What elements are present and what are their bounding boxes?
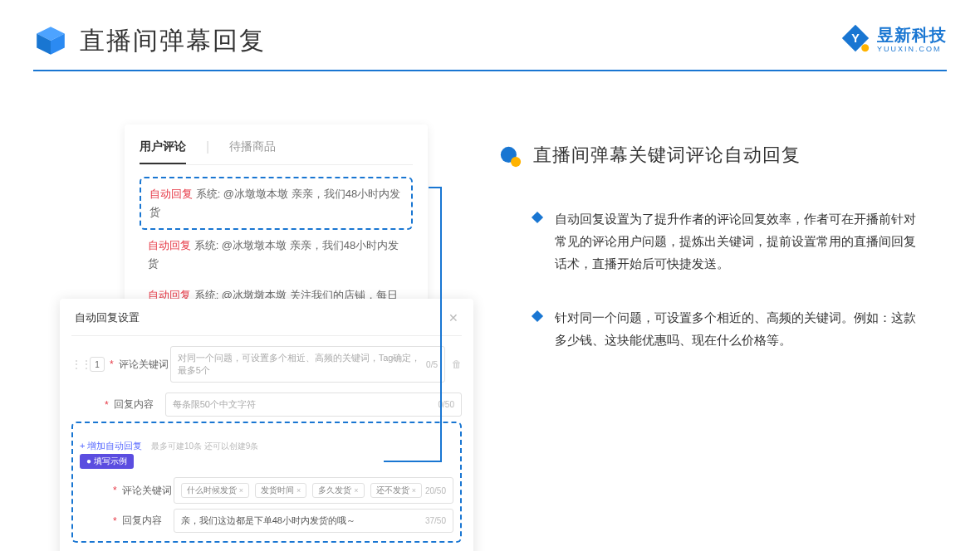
example-keyword-counter: 20/50 xyxy=(425,486,446,495)
brand-name: 昱新科技 xyxy=(877,26,947,44)
tab-pending-goods[interactable]: 待播商品 xyxy=(229,139,276,164)
comment-item-highlight: 自动回复 系统: @冰墩墩本墩 亲亲，我们48小时内发货 xyxy=(140,177,413,230)
required-dot: * xyxy=(113,485,117,496)
cube-icon xyxy=(33,23,68,58)
tag-container: 什么时候发货× 发货时间× 多久发货× 还不发货× xyxy=(181,483,425,498)
keyword-counter: 0/5 xyxy=(426,360,438,369)
svg-point-5 xyxy=(861,44,869,51)
field-label-keyword: 评论关键词 xyxy=(119,358,170,372)
tag-remove-icon[interactable]: × xyxy=(296,486,301,495)
field-label-content: 回复内容 xyxy=(114,397,165,412)
page-title: 直播间弹幕回复 xyxy=(80,24,266,58)
tab-divider: | xyxy=(206,139,209,164)
add-hint: 最多可建10条 还可以创建9条 xyxy=(151,441,258,451)
required-dot: * xyxy=(105,399,109,411)
right-column: 直播间弹幕关键词评论自动回复 自动回复设置为了提升作者的评论回复效率，作者可在开… xyxy=(500,143,948,383)
svg-point-7 xyxy=(511,157,521,167)
required-dot: * xyxy=(110,358,114,370)
tag-remove-icon[interactable]: × xyxy=(412,486,416,495)
svg-text:Y: Y xyxy=(851,32,860,45)
auto-reply-badge: 自动回复 xyxy=(148,239,191,251)
example-badge: ● 填写示例 xyxy=(80,454,134,469)
example-box: + 增加自动回复 最多可建10条 还可以创建9条 ● 填写示例 * 评论关键词 … xyxy=(71,422,462,543)
form-row-content: * 回复内容 每条限50个中文字符 0/50 xyxy=(71,393,462,417)
example-content-label: 回复内容 xyxy=(122,514,174,528)
form-row-keyword: ⋮⋮ 1 * 评论关键词 对同一个问题，可设置多个相近、高频的关键词，Tag确定… xyxy=(71,346,462,383)
connector-line xyxy=(440,187,442,461)
tab-user-comments[interactable]: 用户评论 xyxy=(140,139,186,164)
bullet-item: 针对同一个问题，可设置多个相近的、高频的关键词。例如：这款多少钱、这块能优惠吗、… xyxy=(500,306,948,351)
keyword-placeholder: 对同一个问题，可设置多个相近、高频的关键词，Tag确定，最多5个 xyxy=(178,352,426,377)
header-divider xyxy=(33,70,947,71)
tag-chip[interactable]: 发货时间× xyxy=(255,483,306,498)
brand-logo-icon: Y xyxy=(840,23,870,53)
bullet-text: 自动回复设置为了提升作者的评论回复效率，作者可在开播前针对常见的评论用户问题，提… xyxy=(555,207,920,275)
tag-chip[interactable]: 多久发货× xyxy=(312,483,364,498)
bullet-list: 自动回复设置为了提升作者的评论回复效率，作者可在开播前针对常见的评论用户问题，提… xyxy=(500,207,948,351)
comment-item: 自动回复 系统: @冰墩墩本墩 亲亲，我们48小时内发货 xyxy=(140,230,413,280)
comments-tabs: 用户评论 | 待播商品 xyxy=(140,139,413,165)
row-number: 1 xyxy=(90,357,105,372)
content-placeholder: 每条限50个中文字符 xyxy=(173,398,256,411)
drag-icon[interactable]: ⋮⋮ xyxy=(71,358,85,370)
tag-remove-icon[interactable]: × xyxy=(239,486,243,495)
chat-icon xyxy=(500,146,522,168)
add-auto-reply-link[interactable]: + 增加自动回复 xyxy=(80,440,142,452)
diamond-icon xyxy=(532,212,543,223)
brand-sub: YUUXIN.COM xyxy=(877,45,947,53)
section-title: 直播间弹幕关键词评论自动回复 xyxy=(533,143,948,168)
tag-chip[interactable]: 什么时候发货× xyxy=(181,483,249,498)
content-input[interactable]: 每条限50个中文字符 0/50 xyxy=(165,393,462,417)
keyword-input[interactable]: 对同一个问题，可设置多个相近、高频的关键词，Tag确定，最多5个 0/5 xyxy=(170,346,445,383)
bullet-item: 自动回复设置为了提升作者的评论回复效率，作者可在开播前针对常见的评论用户问题，提… xyxy=(500,207,948,275)
trash-icon[interactable]: 🗑 xyxy=(452,358,462,370)
connector-line xyxy=(384,461,442,462)
example-content-counter: 37/50 xyxy=(425,516,446,525)
settings-card: 自动回复设置 ✕ ⋮⋮ 1 * 评论关键词 对同一个问题，可设置多个相近、高频的… xyxy=(60,299,473,551)
example-content-input[interactable]: 亲，我们这边都是下单48小时内发货的哦～ 37/50 xyxy=(174,509,453,533)
tag-remove-icon[interactable]: × xyxy=(354,486,358,495)
required-dot: * xyxy=(113,515,117,527)
settings-title: 自动回复设置 xyxy=(75,310,140,325)
example-content-text: 亲，我们这边都是下单48小时内发货的哦～ xyxy=(181,514,355,527)
tag-chip[interactable]: 还不发货× xyxy=(370,483,422,498)
example-keyword-input[interactable]: 什么时候发货× 发货时间× 多久发货× 还不发货× 20/50 xyxy=(174,477,453,504)
bullet-text: 针对同一个问题，可设置多个相近的、高频的关键词。例如：这款多少钱、这块能优惠吗、… xyxy=(555,306,920,351)
brand-logo-block: Y 昱新科技 YUUXIN.COM xyxy=(840,23,947,53)
auto-reply-badge: 自动回复 xyxy=(149,188,193,200)
example-keyword-label: 评论关键词 xyxy=(122,484,174,498)
diamond-icon xyxy=(532,310,543,322)
close-icon[interactable]: ✕ xyxy=(448,311,458,324)
